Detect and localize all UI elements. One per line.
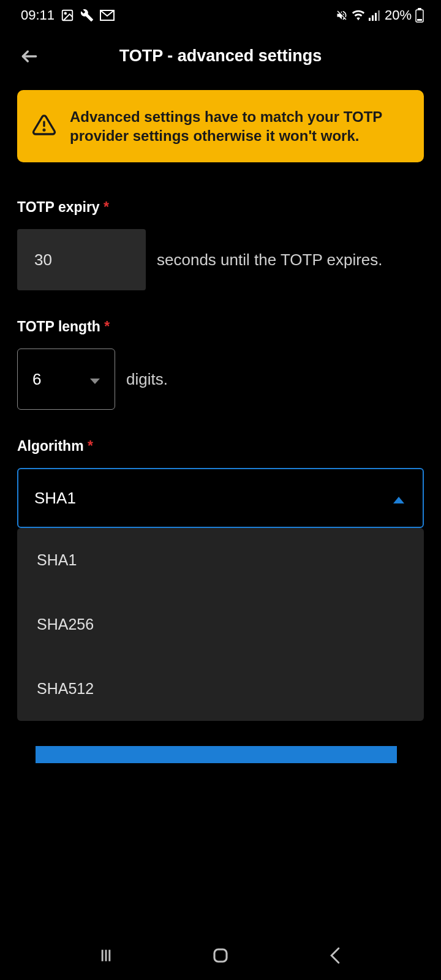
expiry-label: TOTP expiry * [17,199,424,216]
required-marker: * [88,438,93,454]
algorithm-option[interactable]: SHA512 [17,657,424,721]
length-select[interactable]: 6 [17,349,115,410]
algorithm-field: Algorithm * SHA1 SHA1 SHA256 SHA512 [17,438,424,721]
algorithm-value: SHA1 [34,489,76,508]
mute-icon [336,9,348,21]
algorithm-option[interactable]: SHA1 [17,528,424,592]
svg-rect-4 [375,13,377,21]
wifi-icon [352,10,365,21]
svg-rect-3 [372,15,374,21]
back-button[interactable] [17,44,42,69]
chevron-down-icon [90,370,100,389]
svg-rect-5 [378,10,380,21]
svg-rect-2 [369,18,371,21]
required-marker: * [104,318,110,334]
expiry-field: TOTP expiry * seconds until the TOTP exp… [17,199,424,290]
length-label: TOTP length * [17,318,424,335]
image-icon [61,9,74,22]
expiry-input[interactable] [17,229,146,290]
status-time: 09:11 [21,7,55,23]
length-suffix: digits. [126,370,168,389]
content: Advanced settings have to match your TOT… [0,90,441,721]
svg-rect-7 [418,8,421,10]
recent-apps-button[interactable] [88,937,124,974]
home-button[interactable] [202,937,239,974]
svg-point-1 [64,12,66,14]
page-title: TOTP - advanced settings [17,47,424,66]
battery-icon [415,8,424,23]
svg-point-11 [43,130,45,131]
length-field: TOTP length * 6 digits. [17,318,424,410]
status-right: 20% [336,7,424,23]
algorithm-option[interactable]: SHA256 [17,592,424,657]
signal-icon [369,10,381,21]
back-nav-button[interactable] [317,937,353,974]
chevron-up-icon [393,489,404,508]
warning-banner: Advanced settings have to match your TOT… [17,90,424,162]
algorithm-label: Algorithm * [17,438,424,454]
algorithm-select[interactable]: SHA1 [17,468,424,528]
warning-text: Advanced settings have to match your TOT… [70,107,408,145]
svg-rect-8 [417,19,422,21]
algorithm-dropdown: SHA1 SHA256 SHA512 [17,528,424,721]
status-left: 09:11 [21,7,115,23]
length-value: 6 [32,370,41,389]
battery-percent: 20% [385,7,412,23]
warning-icon [32,113,56,140]
wrench-icon [80,9,94,22]
mail-icon [100,10,115,21]
required-marker: * [104,199,109,215]
navigation-bar [0,931,441,980]
svg-rect-15 [214,949,227,962]
expiry-suffix: seconds until the TOTP expires. [157,251,383,270]
submit-button[interactable] [36,746,397,763]
status-bar: 09:11 20% [0,0,441,28]
header: TOTP - advanced settings [0,28,441,90]
